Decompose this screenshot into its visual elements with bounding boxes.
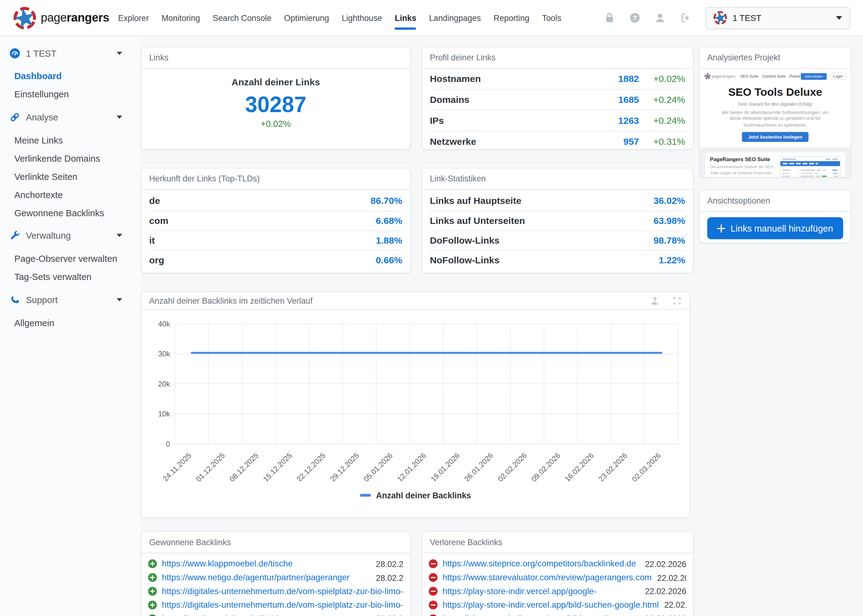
- svg-text:?: ?: [633, 14, 637, 22]
- backlinks-trend-card: Anzahl deiner Backlinks im zeitlichen Ve…: [141, 291, 690, 518]
- plus-circle-icon: [148, 559, 157, 569]
- table-row: Links auf Unterseiten 63.98%: [430, 211, 685, 230]
- backlink-url[interactable]: https://www.netigo.de/agentur/partner/pa…: [162, 573, 350, 582]
- nav-explorer[interactable]: Explorer: [118, 0, 149, 36]
- card-title: Herkunft der Links (Top-TLDs): [149, 168, 402, 189]
- link-profile-rows: Hostnamen 1882 +0.02% Domains 1685 +0.24…: [422, 69, 693, 149]
- sidebar-item-allgemein[interactable]: Allgemein: [0, 314, 140, 332]
- nav-links[interactable]: Links: [395, 0, 416, 36]
- table-row: Hostnamen 1882 +0.02%: [430, 69, 685, 89]
- thumb-login: Login: [830, 73, 846, 80]
- sidebar-item-page-observer[interactable]: Page-Observer verwalten: [0, 250, 140, 268]
- help-icon[interactable]: ?: [629, 12, 641, 24]
- backlink-url[interactable]: https://www.siteprice.org/competitors/ba…: [443, 559, 636, 569]
- logout-icon[interactable]: [680, 12, 691, 24]
- metric-label: Anzahl deiner Links: [142, 77, 410, 88]
- minus-circle-icon: [429, 600, 438, 610]
- wrench-icon: [9, 230, 20, 241]
- sidebar-item-anchortexte[interactable]: Anchortexte: [0, 186, 140, 204]
- nav-monitoring[interactable]: Monitoring: [162, 0, 200, 36]
- backlink-url[interactable]: https://play-store-indir.vercel.app/bild…: [443, 600, 659, 610]
- lost-backlinks-header: Verlorene Backlinks: [422, 532, 693, 553]
- sidebar-item-verlinkende-domains[interactable]: Verlinkende Domains: [0, 149, 140, 168]
- card-title: Anzahl deiner Backlinks im zeitlichen Ve…: [149, 292, 638, 309]
- backlink-url[interactable]: https://play-store-indir.vercel.app/bild…: [443, 614, 619, 616]
- phone-icon: [9, 294, 20, 305]
- chart-legend[interactable]: Anzahl deiner Backlinks: [142, 491, 690, 500]
- thumb-nav-item: Preise: [789, 74, 800, 78]
- gained-backlinks-header: Gewonnene Backlinks: [142, 532, 410, 553]
- table-row: Links auf Hauptseite 36.02%: [430, 191, 685, 211]
- svg-text:10k: 10k: [158, 410, 170, 418]
- list-item: https://www.netigo.de/agentur/partner/pa…: [148, 571, 403, 584]
- project-preview-thumbnail: pagerangers SEO Suite Content Suite Prei…: [700, 69, 851, 178]
- lost-backlinks-list: https://www.siteprice.org/competitors/ba…: [422, 553, 693, 616]
- backlink-url[interactable]: https://play-store-indir.vercel.app/goog…: [443, 586, 597, 596]
- backlink-date: 22.02.2026: [639, 586, 687, 596]
- expand-icon[interactable]: [672, 296, 682, 306]
- sidebar-section-verwaltung[interactable]: Verwaltung: [0, 227, 140, 244]
- svg-text:19.01.2026: 19.01.2026: [429, 451, 461, 481]
- backlink-url[interactable]: https://digitales-unternehmertum.de/vom-…: [162, 586, 403, 596]
- svg-text:30k: 30k: [158, 350, 170, 358]
- view-options-header: Ansichtsoptionen: [700, 190, 851, 212]
- sidebar-item-einstellungen[interactable]: Einstellungen: [0, 85, 140, 103]
- svg-text:05.01.2026: 05.01.2026: [362, 451, 394, 481]
- sidebar-section-label: Analyse: [26, 112, 58, 122]
- list-item: https://www.klappmoebel.de/tische 28.02.…: [148, 557, 403, 571]
- sidebar-item-verlinkte-seiten[interactable]: Verlinkte Seiten: [0, 168, 140, 186]
- row-label: DoFollow-Links: [430, 235, 654, 246]
- gained-backlinks-card: Gewonnene Backlinks https://www.klappmoe…: [141, 531, 411, 616]
- link-profile-card: Profil deiner Links Hostnamen 1882 +0.02…: [422, 47, 693, 150]
- chevron-down-icon: [836, 16, 842, 20]
- backlink-url[interactable]: https://seminare-bdvm.de/6400: [162, 614, 280, 616]
- export-icon[interactable]: [650, 296, 660, 306]
- row-label: it: [149, 235, 376, 246]
- table-row: IPs 1263 +0.24%: [430, 110, 685, 131]
- backlink-url[interactable]: https://digitales-unternehmertum.de/vom-…: [162, 600, 403, 610]
- nav-lighthouse[interactable]: Lighthouse: [342, 0, 382, 36]
- list-item: https://play-store-indir.vercel.app/bild…: [429, 598, 687, 612]
- table-row: DoFollow-Links 98.78%: [430, 230, 685, 250]
- row-label: IPs: [430, 115, 618, 126]
- sidebar-section-analyse[interactable]: Analyse: [0, 109, 140, 126]
- sidebar-item-gewonnene-backlinks[interactable]: Gewonnene Backlinks: [0, 204, 140, 222]
- backlink-url[interactable]: https://www.klappmoebel.de/tische: [162, 559, 293, 569]
- list-item: https://play-store-indir.vercel.app/goog…: [429, 584, 687, 598]
- project-selector-label: 1 TEST: [732, 13, 761, 23]
- sidebar-item-tag-sets[interactable]: Tag-Sets verwalten: [0, 268, 140, 286]
- link-profile-header: Profil deiner Links: [422, 47, 693, 69]
- sidebar-section-project[interactable]: 1 TEST: [0, 45, 140, 61]
- row-value: 36.02%: [654, 196, 685, 207]
- link-statistics-header: Link-Statistiken: [422, 168, 693, 190]
- row-value: 86.70%: [370, 196, 402, 207]
- backlink-url[interactable]: https://www.starevaluator.com/review/pag…: [443, 573, 652, 582]
- add-links-button[interactable]: Links manuell hinzufügen: [707, 217, 843, 239]
- nav-search-console[interactable]: Search Console: [213, 0, 271, 36]
- row-label: Domains: [430, 94, 618, 105]
- row-value: 0.66%: [376, 255, 402, 266]
- row-value: 1263: [618, 115, 639, 126]
- lost-backlinks-card: Verlorene Backlinks https://www.sitepric…: [422, 531, 693, 616]
- link-statistics-rows: Links auf Hauptseite 36.02% Links auf Un…: [422, 190, 693, 270]
- nav-reporting[interactable]: Reporting: [493, 0, 529, 36]
- lock-icon[interactable]: [604, 12, 616, 24]
- nav-tools[interactable]: Tools: [542, 0, 562, 36]
- sidebar-item-dashboard[interactable]: Dashboard: [0, 67, 140, 85]
- user-icon[interactable]: [654, 12, 666, 24]
- sidebar-section-support[interactable]: Support: [0, 291, 140, 308]
- add-links-label: Links manuell hinzufügen: [731, 223, 833, 233]
- row-value: 1685: [618, 94, 639, 105]
- view-options-body: Links manuell hinzufügen: [700, 212, 851, 243]
- main-nav: Explorer Monitoring Search Console Optim…: [118, 0, 561, 36]
- nav-landingpages[interactable]: Landingpages: [429, 0, 481, 36]
- project-selector[interactable]: 1 TEST: [706, 7, 850, 29]
- thumb-seo-suite-text: PageRangers SEO Suite Die kombinierbaren…: [710, 156, 776, 178]
- backlinks-chart-svg: 010k20k30k40k24.11.202501.12.202508.12.2…: [142, 310, 690, 481]
- gained-backlinks-list: https://www.klappmoebel.de/tische 28.02.…: [142, 553, 410, 616]
- sidebar-item-meine-links[interactable]: Meine Links: [0, 131, 140, 149]
- chevron-down-icon: [117, 298, 122, 302]
- table-row: NoFollow-Links 1.22%: [430, 250, 685, 270]
- brand-logo[interactable]: pagerangers: [13, 6, 109, 30]
- nav-optimierung[interactable]: Optimierung: [284, 0, 329, 36]
